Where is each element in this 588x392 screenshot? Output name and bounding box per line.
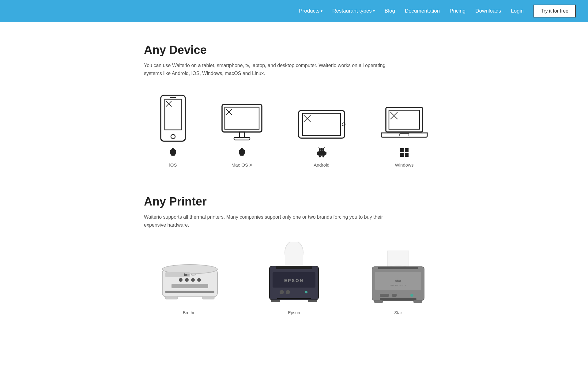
svg-text:star: star <box>395 279 401 283</box>
svg-rect-28 <box>325 152 326 155</box>
device-item-macos: Mac OS X <box>221 103 263 168</box>
svg-rect-30 <box>389 110 420 129</box>
monitor-icon <box>221 103 263 144</box>
svg-rect-74 <box>413 300 422 303</box>
any-device-section: Any Device You can use Waiterio on a tab… <box>144 43 444 168</box>
epson-brand-label: Epson <box>288 310 300 315</box>
svg-rect-35 <box>405 148 409 152</box>
ios-label: iOS <box>169 162 177 168</box>
android-label: Android <box>314 162 330 168</box>
svg-rect-27 <box>317 152 318 155</box>
restaurant-types-dropdown-icon: ▾ <box>373 9 375 13</box>
header: Products ▾ Restaurant types ▾ Blog Docum… <box>0 0 588 22</box>
svg-point-21 <box>320 149 321 150</box>
apple-logo-ios <box>168 147 179 159</box>
svg-rect-47 <box>165 296 178 299</box>
svg-point-42 <box>185 278 189 282</box>
svg-rect-69 <box>380 294 389 297</box>
device-grid: iOS <box>144 94 444 168</box>
nav-downloads[interactable]: Downloads <box>475 8 501 14</box>
star-brand-label: Star <box>394 310 402 315</box>
try-free-button[interactable]: Try it for free <box>533 5 576 17</box>
main-nav: Products ▾ Restaurant types ▾ Blog Docum… <box>299 5 576 17</box>
printer-brother: brother Brother <box>156 251 224 315</box>
device-item-android: Android <box>297 106 346 168</box>
phone-icon <box>159 94 187 144</box>
svg-rect-46 <box>172 284 208 288</box>
device-item-windows: Windows <box>380 106 429 168</box>
svg-rect-73 <box>374 300 383 303</box>
svg-rect-48 <box>202 296 214 299</box>
svg-rect-61 <box>308 300 317 302</box>
svg-rect-36 <box>400 153 404 157</box>
svg-rect-65 <box>378 267 418 269</box>
svg-rect-15 <box>303 113 341 135</box>
android-logo <box>316 147 327 159</box>
svg-rect-34 <box>400 148 404 152</box>
svg-point-44 <box>197 278 201 282</box>
any-printer-title: Any Printer <box>144 195 444 208</box>
windows-logo <box>399 147 410 159</box>
nav-pricing[interactable]: Pricing <box>450 8 466 14</box>
svg-rect-60 <box>271 300 280 302</box>
brother-brand-label: Brother <box>183 310 197 315</box>
svg-point-71 <box>410 294 413 297</box>
any-device-desc: You can use Waiterio on a tablet, smartp… <box>144 62 395 78</box>
apple-logo-mac <box>236 147 247 159</box>
svg-text:brother: brother <box>184 273 196 277</box>
svg-point-57 <box>286 290 290 294</box>
nav-blog[interactable]: Blog <box>385 8 395 14</box>
nav-login[interactable]: Login <box>511 8 524 14</box>
svg-rect-5 <box>170 97 176 98</box>
svg-rect-12 <box>234 138 250 140</box>
svg-rect-37 <box>405 153 409 157</box>
svg-rect-59 <box>277 298 311 299</box>
windows-label: Windows <box>395 162 414 168</box>
svg-rect-1 <box>165 99 181 130</box>
svg-rect-11 <box>239 132 244 138</box>
svg-point-58 <box>305 291 307 293</box>
svg-rect-8 <box>225 107 259 129</box>
nav-restaurant-types[interactable]: Restaurant types ▾ <box>332 8 375 14</box>
svg-rect-62 <box>387 251 409 268</box>
svg-rect-7 <box>222 104 262 132</box>
any-printer-desc: Waiterio supports all thermal printers. … <box>144 213 395 229</box>
macos-label: Mac OS X <box>232 162 252 168</box>
svg-point-56 <box>280 290 284 294</box>
nav-products[interactable]: Products ▾ <box>299 8 322 14</box>
svg-text:EPSON: EPSON <box>284 278 304 283</box>
products-dropdown-icon: ▾ <box>321 9 322 13</box>
tablet-icon <box>297 106 346 144</box>
any-device-title: Any Device <box>144 43 444 57</box>
svg-rect-14 <box>299 111 345 138</box>
svg-point-20 <box>319 148 324 153</box>
svg-point-43 <box>191 278 195 282</box>
printer-star: star MICRONICS Star <box>364 248 432 315</box>
svg-rect-72 <box>380 298 417 300</box>
printer-epson: EPSON Epson <box>260 242 328 315</box>
svg-rect-33 <box>400 134 409 136</box>
svg-point-22 <box>322 149 323 150</box>
svg-rect-29 <box>386 107 423 132</box>
nav-documentation[interactable]: Documentation <box>405 8 440 14</box>
device-item-ios: iOS <box>159 94 187 168</box>
main-content: Any Device You can use Waiterio on a tab… <box>95 22 493 337</box>
svg-rect-53 <box>276 266 312 269</box>
printer-grid: brother Brother EPSON <box>144 242 444 315</box>
svg-line-23 <box>319 148 320 149</box>
laptop-icon <box>380 106 429 144</box>
svg-rect-70 <box>392 294 397 297</box>
svg-text:MICRONICS: MICRONICS <box>390 284 407 287</box>
svg-point-4 <box>171 134 175 139</box>
any-printer-section: Any Printer Waiterio supports all therma… <box>144 195 444 315</box>
svg-rect-26 <box>322 156 324 157</box>
svg-rect-25 <box>319 156 321 157</box>
svg-rect-40 <box>165 291 214 293</box>
svg-line-24 <box>323 148 324 149</box>
svg-point-41 <box>179 278 183 282</box>
